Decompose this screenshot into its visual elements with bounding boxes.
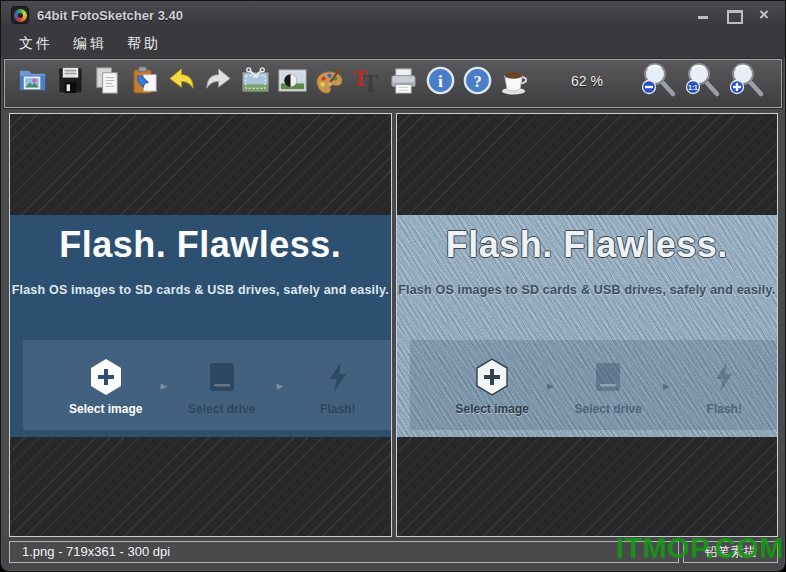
- minimize-icon[interactable]: [697, 9, 711, 21]
- step-select-image: Select image: [438, 354, 547, 416]
- add-text-button[interactable]: T T: [348, 62, 385, 100]
- open-image-button[interactable]: [15, 62, 52, 100]
- file-info-status: 1.png - 719x361 - 300 dpi: [9, 541, 679, 563]
- original-image-panel[interactable]: Flash. Flawless. Flash OS images to SD c…: [9, 113, 392, 537]
- step-select-image: Select image: [51, 354, 160, 416]
- step-flash: Flash!: [670, 354, 777, 416]
- step-select-drive: Select drive: [554, 354, 663, 416]
- flash-bolt-icon: [325, 360, 351, 394]
- image-steps-strip: Select image ▸ Select drive ▸: [410, 340, 778, 430]
- undo-icon: [165, 64, 198, 97]
- print-button[interactable]: [385, 62, 422, 100]
- photo-icon: [276, 64, 309, 97]
- image-size-button[interactable]: [274, 62, 311, 100]
- window-controls: ×: [697, 9, 775, 21]
- image-headline: Flash. Flawless.: [397, 224, 778, 266]
- drive-icon: [207, 360, 237, 394]
- svg-text:i: i: [438, 71, 443, 91]
- drawing-parameters-button[interactable]: [311, 62, 348, 100]
- menu-help[interactable]: 帮助: [117, 31, 171, 57]
- maximize-icon[interactable]: [727, 9, 741, 21]
- paste-icon: [128, 64, 161, 97]
- original-image: Flash. Flawless. Flash OS images to SD c…: [10, 215, 391, 437]
- menu-bar: 文件 编辑 帮助: [1, 29, 785, 58]
- step-flash: Flash!: [283, 354, 390, 416]
- magnifier-minus-icon: [639, 61, 679, 101]
- image-steps-strip: Select image ▸ Select drive ▸: [23, 340, 391, 430]
- app-logo-icon: [11, 6, 29, 24]
- help-icon: ?: [461, 64, 494, 97]
- sketch-result-panel[interactable]: Flash. Flawless. Flash OS images to SD c…: [396, 113, 779, 537]
- about-button[interactable]: i: [422, 62, 459, 100]
- close-icon[interactable]: ×: [757, 9, 771, 21]
- status-bar: 1.png - 719x361 - 300 dpi 铅笔素描: [9, 541, 778, 563]
- magnifier-1-1-icon: 1:1: [683, 61, 723, 101]
- sketch-image: Flash. Flawless. Flash OS images to SD c…: [397, 215, 778, 437]
- zoom-actual-size-button[interactable]: 1:1: [681, 60, 725, 102]
- help-button[interactable]: ?: [459, 62, 496, 100]
- redo-icon: [202, 64, 235, 97]
- hexagon-plus-icon: [89, 358, 123, 396]
- image-subtitle: Flash OS images to SD cards & USB drives…: [397, 283, 778, 297]
- drive-icon: [593, 360, 623, 394]
- copy-icon: [91, 64, 124, 97]
- hexagon-plus-icon: [475, 358, 509, 396]
- step-select-drive: Select drive: [167, 354, 276, 416]
- redo-button[interactable]: [200, 62, 237, 100]
- svg-text:?: ?: [473, 72, 481, 91]
- menu-edit[interactable]: 编辑: [63, 31, 117, 57]
- window-title: 64bit FotoSketcher 3.40: [37, 8, 183, 23]
- save-image-button[interactable]: [52, 62, 89, 100]
- preview-area: Flash. Flawless. Flash OS images to SD c…: [1, 110, 785, 537]
- image-headline: Flash. Flawless.: [10, 224, 391, 266]
- crop-scissors-icon: [239, 64, 272, 97]
- svg-text:T: T: [353, 66, 368, 91]
- crop-button[interactable]: [237, 62, 274, 100]
- image-subtitle: Flash OS images to SD cards & USB drives…: [10, 283, 391, 297]
- svg-text:1:1: 1:1: [688, 83, 698, 90]
- zoom-level-label: 62 %: [571, 73, 603, 89]
- flash-bolt-icon: [711, 360, 737, 394]
- text-icon: T T: [350, 64, 383, 97]
- coffee-cup-icon: [498, 64, 531, 97]
- style-name-status: 铅笔素描: [683, 541, 778, 563]
- magnifier-plus-icon: [727, 61, 767, 101]
- zoom-in-button[interactable]: [725, 60, 769, 102]
- undo-button[interactable]: [163, 62, 200, 100]
- paste-button[interactable]: [126, 62, 163, 100]
- title-bar: 64bit FotoSketcher 3.40 ×: [1, 1, 785, 29]
- palette-icon: [313, 64, 346, 97]
- printer-icon: [387, 64, 420, 97]
- app-window: 64bit FotoSketcher 3.40 × 文件 编辑 帮助: [0, 0, 786, 572]
- floppy-save-icon: [54, 64, 87, 97]
- copy-button[interactable]: [89, 62, 126, 100]
- folder-open-icon: [17, 64, 50, 97]
- donate-button[interactable]: [496, 62, 533, 100]
- zoom-out-button[interactable]: [637, 60, 681, 102]
- menu-file[interactable]: 文件: [9, 31, 63, 57]
- toolbar: T T i ?: [4, 59, 782, 108]
- info-icon: i: [424, 64, 457, 97]
